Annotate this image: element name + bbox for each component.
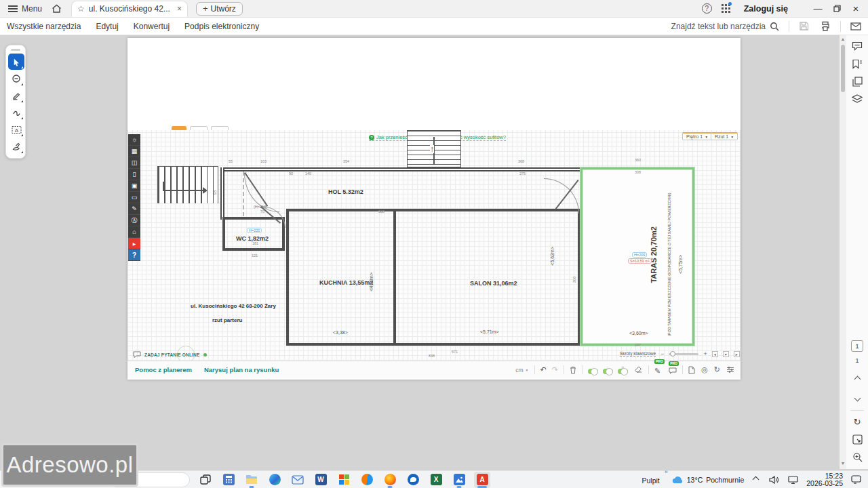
eraser-button[interactable] (634, 366, 643, 373)
mail-app-button[interactable] (290, 472, 306, 488)
trash-button[interactable] (570, 366, 576, 374)
esign-menu[interactable]: Podpis elektroniczny (184, 22, 259, 31)
star-icon[interactable]: ☆ (77, 4, 85, 14)
notification-center-icon[interactable] (851, 475, 861, 484)
zoom-slider[interactable] (669, 353, 698, 355)
toggle-rulers[interactable]: ⊘ (618, 366, 628, 374)
apps-button[interactable] (722, 4, 730, 13)
bookmarks-panel-button[interactable] (850, 57, 864, 70)
home-button[interactable] (52, 4, 62, 14)
planner-screenshot-icon[interactable]: ▭ (128, 192, 140, 203)
microsoft365-button[interactable] (336, 472, 352, 488)
close-tab-icon[interactable]: × (177, 4, 182, 14)
save-icon[interactable] (799, 21, 809, 31)
export-page-button[interactable] (688, 366, 695, 374)
toggle-switch[interactable] (603, 369, 613, 374)
sign-in-button[interactable]: Zaloguj się (744, 4, 788, 14)
draw-tool-button[interactable] (8, 104, 24, 121)
weather-widget[interactable]: 13°C Pochmurnie (672, 476, 745, 484)
toggle-switch[interactable] (588, 369, 598, 374)
center-view-button[interactable]: ◎ (701, 366, 708, 373)
search-button[interactable]: Znajdź tekst lub narzędzia (671, 22, 779, 31)
shortcuts-link[interactable]: Skróty klawiszowe (620, 351, 656, 357)
planner-pages-icon[interactable]: ◫ (128, 157, 140, 169)
file-explorer-button[interactable] (243, 472, 260, 488)
vertical-scrollbar[interactable]: ▲ ▼ (840, 35, 846, 469)
toggle-snap[interactable]: ∷ (603, 366, 613, 374)
comments-panel-button[interactable] (850, 39, 864, 53)
help-button[interactable]: ? (702, 3, 712, 14)
sign-tool-button[interactable] (8, 138, 24, 155)
zoom-in-icon[interactable]: + (703, 350, 707, 357)
planner-help-icon[interactable]: ? (128, 249, 140, 261)
desktop-expand-chevron[interactable]: » (665, 468, 668, 475)
text-box-tool-button[interactable]: A (8, 121, 24, 138)
planner-draw-link[interactable]: Narysuj plan na rysunku (204, 366, 279, 373)
planner-door-icon[interactable]: ▯ (128, 169, 140, 180)
ask-online-button[interactable]: ZADAJ PYTANIE ONLINE (133, 351, 207, 358)
acrobat-app-button[interactable]: A (474, 472, 490, 488)
excel-app-button[interactable]: X (428, 472, 444, 488)
firefox-browser-button[interactable] (382, 472, 398, 488)
word-app-button[interactable]: W (313, 472, 329, 488)
pro-comment-button[interactable]: PRO (669, 366, 677, 374)
zoom-in-button[interactable] (850, 450, 864, 464)
planner-help-link[interactable]: Pomoc z planerem (135, 366, 192, 373)
redo-button[interactable]: ↷ (552, 366, 558, 373)
reset-rotation-button[interactable]: ↻ (714, 366, 720, 373)
undo-button[interactable]: ↶ (540, 366, 547, 373)
document-tab[interactable]: ☆ ul. Kusocińskiego 42... × (71, 1, 188, 17)
toggle-switch[interactable] (618, 369, 628, 374)
restore-button[interactable] (827, 5, 846, 12)
create-button[interactable]: + Utwórz (196, 2, 243, 16)
close-window-button[interactable]: × (846, 3, 865, 14)
comment-tool-button[interactable] (8, 70, 24, 87)
units-dropdown[interactable]: cm ▼ (515, 367, 528, 373)
mail-icon[interactable] (850, 22, 861, 30)
zoom-slider-knob[interactable] (670, 351, 675, 357)
convert-menu[interactable]: Konwertuj (134, 22, 170, 31)
planner-draw-icon[interactable]: ✎ (128, 203, 140, 215)
scrollbar-thumb[interactable] (841, 45, 845, 92)
pro-draw-button[interactable]: PRO ✎ (654, 364, 660, 376)
pages-panel-button[interactable] (850, 75, 864, 88)
rotate-page-button[interactable]: ↻ (850, 415, 864, 428)
scroll-up-arrow[interactable]: ▲ (840, 37, 846, 42)
task-view-button[interactable] (197, 472, 214, 488)
volume-icon[interactable] (769, 476, 778, 484)
layers-panel-button[interactable] (850, 92, 864, 106)
highlight-tool-button[interactable] (8, 87, 24, 104)
tray-overflow-chevron[interactable] (753, 476, 760, 483)
planner-settings-icon[interactable]: ☼ (128, 134, 140, 146)
thunderbird-app-button[interactable] (405, 472, 421, 488)
paint-app-button[interactable] (359, 472, 375, 488)
settings-sliders-button[interactable] (726, 366, 734, 373)
planner-youtube-icon[interactable]: ▶ (128, 238, 140, 249)
minimize-button[interactable]: — (808, 3, 827, 14)
page-number-input[interactable]: 1 (851, 340, 863, 352)
select-tool-button[interactable] (8, 54, 24, 70)
print-icon[interactable] (820, 21, 831, 31)
pan-down-button[interactable]: ▾ (723, 351, 729, 357)
photos-app-button[interactable] (451, 472, 467, 488)
toggle-dimensions[interactable]: ◌ (588, 366, 598, 374)
edit-menu[interactable]: Edytuj (96, 22, 118, 31)
network-icon[interactable] (788, 476, 798, 484)
desktop-toolbar[interactable]: Pulpit » (642, 474, 660, 486)
next-page-button[interactable] (846, 391, 868, 403)
menu-button[interactable]: Menu (8, 4, 42, 14)
planner-home-icon[interactable]: ⌂ (128, 226, 140, 238)
edge-browser-button[interactable] (267, 472, 283, 488)
snapshot-button[interactable] (850, 432, 864, 446)
scroll-down-arrow[interactable]: ▼ (840, 461, 846, 466)
planner-text-icon[interactable]: Ⓐ (128, 215, 140, 226)
previous-page-button[interactable] (846, 372, 868, 384)
planner-grid-icon[interactable]: ▦ (128, 146, 140, 157)
zoom-out-icon[interactable]: − (660, 350, 664, 357)
pan-left-button[interactable]: ◂ (712, 351, 718, 357)
palette-grip[interactable] (11, 49, 20, 51)
all-tools-menu[interactable]: Wszystkie narzędzia (7, 22, 81, 31)
planner-window-icon[interactable]: ▣ (128, 180, 140, 192)
pan-right-button[interactable]: ▸ (734, 351, 740, 357)
calculator-app-button[interactable] (220, 472, 237, 488)
